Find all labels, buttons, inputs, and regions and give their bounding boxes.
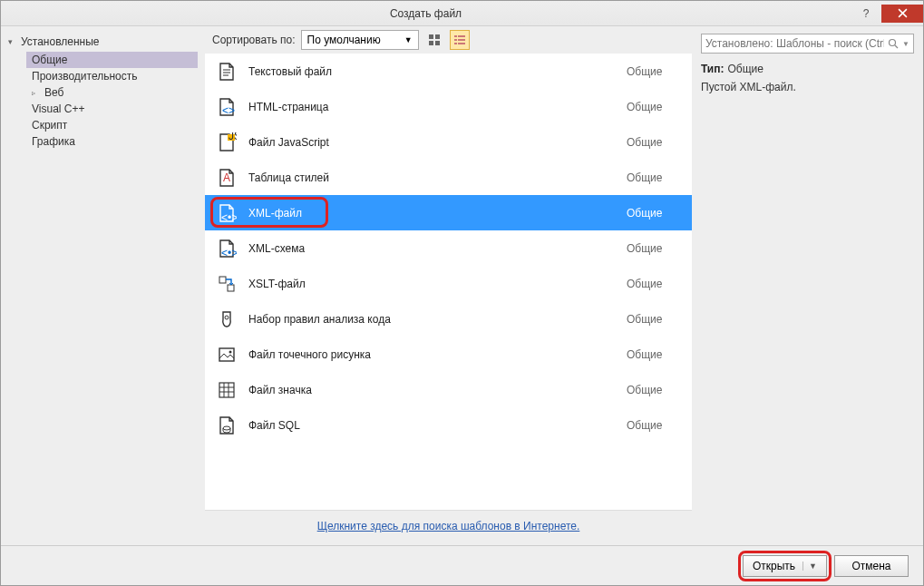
template-row[interactable]: AТаблица стилейОбщие xyxy=(205,160,692,195)
template-name: XSLT-файл xyxy=(248,278,616,290)
sidebar-item-label: Visual C++ xyxy=(32,103,84,115)
ruleset-icon xyxy=(216,308,238,330)
svg-point-30 xyxy=(890,40,896,46)
template-row[interactable]: Текстовый файлОбщие xyxy=(205,54,692,89)
template-row[interactable]: <>HTML-страницаОбщие xyxy=(205,89,692,124)
sql-file-icon xyxy=(216,415,238,436)
template-list[interactable]: Текстовый файлОбщие<>HTML-страницаОбщиеJ… xyxy=(205,54,692,510)
view-grid-button[interactable] xyxy=(424,30,444,50)
template-category: Общие xyxy=(627,65,681,78)
template-panel: Сортировать по: По умолчанию ▼ Текстовый… xyxy=(205,26,692,545)
xml-schema-icon: <•> xyxy=(216,238,238,259)
window-title: Создать файл xyxy=(1,7,851,20)
template-row[interactable]: Файл точечного рисункаОбщие xyxy=(205,337,692,372)
cancel-button-label: Отмена xyxy=(851,560,890,572)
svg-rect-6 xyxy=(454,39,457,41)
template-name: Файл значка xyxy=(248,384,616,396)
view-list-button[interactable] xyxy=(450,30,470,50)
svg-rect-22 xyxy=(219,348,234,361)
search-box[interactable]: ▼ xyxy=(701,34,914,54)
sidebar-item[interactable]: Visual C++ xyxy=(26,101,198,117)
template-row[interactable]: Файл SQLОбщие xyxy=(205,407,692,443)
dialog-footer: Открыть ▼ Отмена xyxy=(1,545,923,585)
sidebar-item[interactable]: Графика xyxy=(26,133,198,150)
sidebar-item[interactable]: Скрипт xyxy=(26,117,198,133)
template-name: Файл точечного рисунка xyxy=(248,348,616,361)
svg-text:A: A xyxy=(223,171,230,184)
svg-rect-5 xyxy=(458,35,465,37)
template-name: XML-файл xyxy=(248,207,616,220)
chevron-down-icon: ▼ xyxy=(404,35,413,44)
chevron-right-icon: ▹ xyxy=(32,89,41,97)
toolbar: Сортировать по: По умолчанию ▼ xyxy=(205,26,692,54)
template-category: Общие xyxy=(627,348,681,361)
svg-rect-2 xyxy=(429,41,433,45)
help-icon[interactable]: ? xyxy=(851,5,881,23)
template-name: Файл JavaScript xyxy=(248,136,616,149)
svg-rect-9 xyxy=(458,43,465,44)
sidebar-group-installed[interactable]: ▾ Установленные xyxy=(8,35,198,48)
svg-text:<•>: <•> xyxy=(221,211,237,223)
template-name: Текстовый файл xyxy=(248,65,616,78)
svg-text:JS: JS xyxy=(229,132,237,142)
svg-rect-20 xyxy=(228,285,234,291)
xml-file-icon: <•> xyxy=(216,202,238,224)
template-category: Общие xyxy=(627,384,681,396)
html-page-icon: <> xyxy=(216,96,238,118)
svg-text:<>: <> xyxy=(222,104,235,117)
category-sidebar: ▾ Установленные ОбщиеПроизводительность▹… xyxy=(1,26,205,545)
search-input[interactable] xyxy=(705,37,884,50)
svg-line-31 xyxy=(895,45,898,48)
js-file-icon: JS xyxy=(216,132,238,153)
svg-point-23 xyxy=(229,350,232,353)
sort-dropdown[interactable]: По умолчанию ▼ xyxy=(301,30,419,50)
titlebar: Создать файл ? xyxy=(1,1,923,26)
svg-rect-7 xyxy=(458,39,465,41)
type-label: Тип: xyxy=(701,63,725,75)
window-controls: ? xyxy=(851,5,923,23)
close-icon[interactable] xyxy=(881,5,923,23)
template-category: Общие xyxy=(627,207,681,220)
online-search-bar: Щелкните здесь для поиска шаблонов в Инт… xyxy=(205,510,692,545)
svg-rect-19 xyxy=(219,277,226,283)
cancel-button[interactable]: Отмена xyxy=(834,555,909,577)
sidebar-item-label: Производительность xyxy=(32,70,137,83)
icon-file-icon xyxy=(216,379,238,401)
sidebar-item[interactable]: Производительность xyxy=(26,68,198,84)
template-row[interactable]: XSLT-файлОбщие xyxy=(205,266,692,301)
text-file-icon xyxy=(216,61,238,83)
sidebar-item[interactable]: ▹Веб xyxy=(26,84,198,101)
sidebar-item-label: Скрипт xyxy=(32,119,67,132)
template-category: Общие xyxy=(627,242,681,255)
svg-rect-4 xyxy=(454,35,457,37)
template-category: Общие xyxy=(627,313,681,326)
template-category: Общие xyxy=(627,136,681,149)
template-name: Таблица стилей xyxy=(248,171,616,184)
template-name: Набор правил анализа кода xyxy=(248,313,616,326)
svg-point-29 xyxy=(223,426,230,430)
template-description: Пустой XML-файл. xyxy=(701,81,914,93)
info-panel: ▼ Тип: Общие Пустой XML-файл. xyxy=(692,26,923,545)
template-category: Общие xyxy=(627,101,681,113)
template-row[interactable]: Набор правил анализа кодаОбщие xyxy=(205,301,692,337)
new-file-dialog: Создать файл ? ▾ Установленные ОбщиеПрои… xyxy=(0,0,924,586)
template-category: Общие xyxy=(627,278,681,290)
chevron-down-icon: ▼ xyxy=(802,562,817,571)
open-button[interactable]: Открыть ▼ xyxy=(743,555,827,577)
open-button-label: Открыть xyxy=(753,560,795,572)
template-name: Файл SQL xyxy=(248,419,616,432)
svg-rect-8 xyxy=(454,43,457,44)
template-row[interactable]: <•>XML-схемаОбщие xyxy=(205,230,692,266)
svg-point-21 xyxy=(225,316,229,319)
template-row[interactable]: JSФайл JavaScriptОбщие xyxy=(205,124,692,160)
stylesheet-icon: A xyxy=(216,167,238,189)
svg-rect-1 xyxy=(435,34,440,39)
template-category: Общие xyxy=(627,171,681,184)
sidebar-item[interactable]: Общие xyxy=(26,52,198,68)
bitmap-icon xyxy=(216,344,238,366)
chevron-down-icon: ▼ xyxy=(902,40,909,48)
template-category: Общие xyxy=(627,419,681,432)
template-row[interactable]: Файл значкаОбщие xyxy=(205,372,692,407)
search-online-link[interactable]: Щелкните здесь для поиска шаблонов в Инт… xyxy=(317,520,580,532)
template-row[interactable]: <•>XML-файлОбщие xyxy=(205,195,692,230)
